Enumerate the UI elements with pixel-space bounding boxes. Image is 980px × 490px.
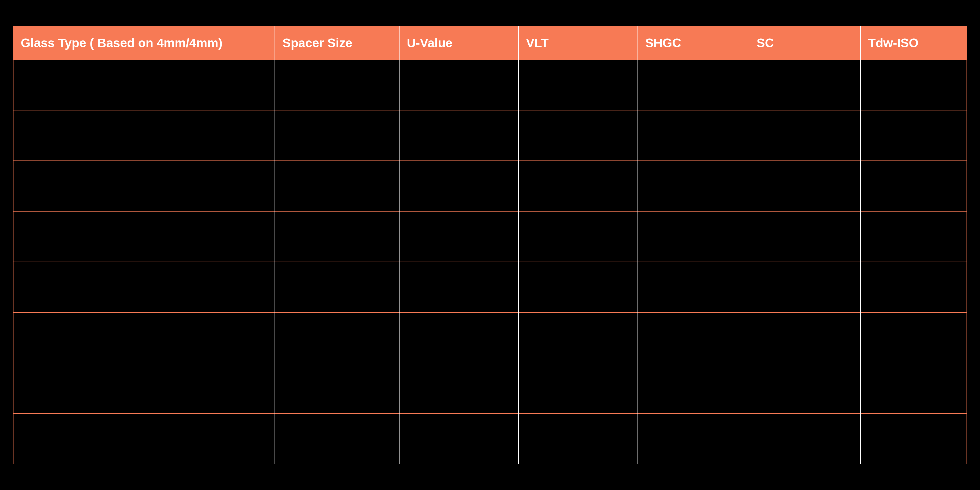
col-header-u-value: U-Value [399, 26, 519, 60]
table-cell [861, 60, 967, 110]
table-cell [638, 110, 749, 161]
table-cell [13, 211, 275, 262]
table-cell [399, 110, 519, 161]
table-cell [861, 110, 967, 161]
table-cell [13, 363, 275, 414]
col-header-glass-type: Glass Type ( Based on 4mm/4mm) [13, 26, 275, 60]
table-cell [13, 110, 275, 161]
table-cell [519, 414, 638, 464]
table-header-row: Glass Type ( Based on 4mm/4mm) Spacer Si… [13, 26, 967, 60]
col-header-shgc: SHGC [638, 26, 749, 60]
table-cell [399, 161, 519, 211]
table-row [13, 211, 967, 262]
table-cell [275, 161, 399, 211]
table-cell [749, 211, 861, 262]
table-cell [275, 211, 399, 262]
table-cell [13, 262, 275, 312]
table-cell [861, 414, 967, 464]
table-cell [399, 60, 519, 110]
table-cell [275, 262, 399, 312]
table-body [13, 60, 967, 464]
table-cell [275, 414, 399, 464]
col-header-vlt: VLT [519, 26, 638, 60]
table-row [13, 262, 967, 312]
table-cell [399, 363, 519, 414]
table-cell [861, 211, 967, 262]
table-cell [638, 312, 749, 363]
table-row [13, 414, 967, 464]
table-cell [519, 211, 638, 262]
table-cell [519, 363, 638, 414]
table-cell [638, 60, 749, 110]
table-cell [13, 312, 275, 363]
table-cell [519, 110, 638, 161]
table-cell [399, 312, 519, 363]
table-cell [749, 363, 861, 414]
table-cell [861, 312, 967, 363]
table-cell [638, 363, 749, 414]
col-header-spacer-size: Spacer Size [275, 26, 399, 60]
table-cell [749, 60, 861, 110]
table-cell [399, 262, 519, 312]
table-cell [519, 60, 638, 110]
table-cell [638, 414, 749, 464]
table-cell [638, 161, 749, 211]
table-cell [519, 161, 638, 211]
table-row [13, 161, 967, 211]
table-cell [749, 262, 861, 312]
table-cell [861, 161, 967, 211]
table-cell [275, 110, 399, 161]
table-cell [275, 60, 399, 110]
table-cell [749, 161, 861, 211]
glass-spec-table: Glass Type ( Based on 4mm/4mm) Spacer Si… [13, 26, 967, 465]
table-cell [638, 262, 749, 312]
table-cell [861, 262, 967, 312]
col-header-sc: SC [749, 26, 861, 60]
table-row [13, 110, 967, 161]
table-cell [275, 363, 399, 414]
table-cell [749, 110, 861, 161]
table-cell [13, 414, 275, 464]
table-cell [749, 414, 861, 464]
glass-spec-table-container: Glass Type ( Based on 4mm/4mm) Spacer Si… [13, 26, 967, 465]
table-row [13, 60, 967, 110]
col-header-tdw-iso: Tdw-ISO [861, 26, 967, 60]
table-cell [13, 60, 275, 110]
table-cell [638, 211, 749, 262]
table-cell [749, 312, 861, 363]
table-cell [519, 312, 638, 363]
table-cell [275, 312, 399, 363]
table-cell [519, 262, 638, 312]
table-header: Glass Type ( Based on 4mm/4mm) Spacer Si… [13, 26, 967, 60]
table-cell [13, 161, 275, 211]
table-cell [861, 363, 967, 414]
table-cell [399, 414, 519, 464]
table-row [13, 363, 967, 414]
table-cell [399, 211, 519, 262]
table-row [13, 312, 967, 363]
